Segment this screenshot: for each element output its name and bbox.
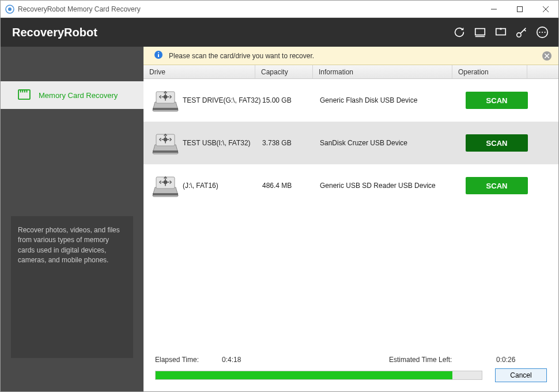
scan-button[interactable]: SCAN [466,177,528,194]
drive-name: TEST DRIVE(G:\, FAT32) [183,96,262,104]
drive-name: TEST USB(I:\, FAT32) [183,139,262,147]
scan-button[interactable]: SCAN [466,92,528,109]
minimize-button[interactable] [481,1,507,18]
refresh-icon[interactable] [452,25,466,39]
content-panel: Please scan the card/drive you want to r… [143,47,558,391]
drive-list: TEST DRIVE(G:\, FAT32)15.00 GBGeneric Fl… [143,79,558,207]
svg-rect-28 [153,108,178,110]
feedback-icon[interactable] [494,25,508,39]
drive-row[interactable]: TEST USB(I:\, FAT32)3.738 GBSanDisk Cruz… [143,122,558,164]
window-titlebar: RecoveryRobot Memory Card Recovery [1,1,558,18]
svg-rect-21 [27,89,28,92]
usb-drive-icon [152,131,179,155]
drive-name: (J:\, FAT16) [183,182,262,190]
svg-point-14 [539,32,540,33]
eta-label: Estimated Time Left: [389,356,496,364]
svg-rect-35 [153,150,178,153]
monitor-icon[interactable] [473,25,487,39]
drive-operation: SCAN [459,177,534,194]
svg-rect-42 [153,193,178,195]
memory-card-icon [18,89,31,101]
drive-capacity: 15.00 GB [262,96,320,104]
usb-drive-icon [152,88,179,112]
svg-rect-3 [517,6,522,12]
svg-point-36 [164,138,167,141]
svg-rect-23 [158,54,159,57]
sidebar-top-spacer [1,47,143,81]
drive-row[interactable]: TEST DRIVE(G:\, FAT32)15.00 GBGeneric Fl… [143,79,558,122]
content-spacer [143,207,558,351]
drive-capacity: 486.4 MB [262,182,320,190]
svg-point-15 [542,32,543,33]
eta-value: 0:0:26 [496,356,531,364]
svg-rect-19 [22,89,23,92]
maximize-button[interactable] [507,1,532,18]
sidebar-item-label: Memory Card Recovery [39,91,118,100]
col-header-spacer [527,65,558,78]
sidebar: Memory Card Recovery Recover photos, vid… [1,47,143,391]
svg-point-10 [517,33,521,37]
col-header-operation[interactable]: Operation [452,65,527,78]
brand-title: RecoveryRobot [12,26,452,39]
svg-point-1 [8,7,12,11]
more-icon[interactable] [535,25,549,39]
svg-rect-6 [475,29,485,35]
col-header-drive[interactable]: Drive [143,65,255,78]
drive-row[interactable]: (J:\, FAT16)486.4 MBGeneric USB SD Reade… [143,164,558,207]
info-strip: Please scan the card/drive you want to r… [143,47,558,65]
sidebar-spacer [1,109,143,216]
elapsed-value: 0:4:18 [222,356,389,364]
drive-operation: SCAN [459,92,534,109]
usb-drive-icon [152,174,179,198]
elapsed-label: Elapsed Time: [155,356,222,364]
sidebar-item-memory-card[interactable]: Memory Card Recovery [1,81,143,109]
footer: Elapsed Time: 0:4:18 Estimated Time Left… [143,351,558,391]
app-header: RecoveryRobot [1,18,558,47]
drive-capacity: 3.738 GB [262,139,320,147]
window-title: RecoveryRobot Memory Card Recovery [18,5,481,13]
close-button[interactable] [532,1,558,18]
progress-row: Cancel [155,368,547,382]
info-text: Please scan the card/drive you want to r… [169,52,537,60]
col-header-capacity[interactable]: Capacity [255,65,313,78]
svg-line-12 [524,29,526,31]
time-row: Elapsed Time: 0:4:18 Estimated Time Left… [155,356,547,364]
col-header-info[interactable]: Information [313,65,452,78]
svg-rect-20 [24,89,25,92]
drive-info: Generic USB SD Reader USB Device [320,182,459,190]
scan-button[interactable]: SCAN [466,134,528,152]
svg-point-29 [164,96,167,99]
app-logo-icon [5,5,14,14]
close-info-button[interactable] [542,51,552,61]
svg-point-43 [164,181,167,184]
drive-operation: SCAN [459,134,534,152]
drive-info: SanDisk Cruzer USB Device [320,139,459,147]
table-header: Drive Capacity Information Operation [143,65,558,79]
svg-rect-18 [20,89,21,92]
key-icon[interactable] [515,25,528,39]
progress-bar [155,371,482,380]
header-toolbar [452,25,549,39]
svg-point-16 [544,32,545,33]
svg-point-24 [158,52,159,54]
cancel-button[interactable]: Cancel [495,368,547,382]
progress-fill [156,371,452,379]
info-icon [154,50,163,61]
sidebar-description: Recover photos, videos, and files from v… [11,216,133,358]
drive-info: Generic Flash Disk USB Device [320,96,459,104]
